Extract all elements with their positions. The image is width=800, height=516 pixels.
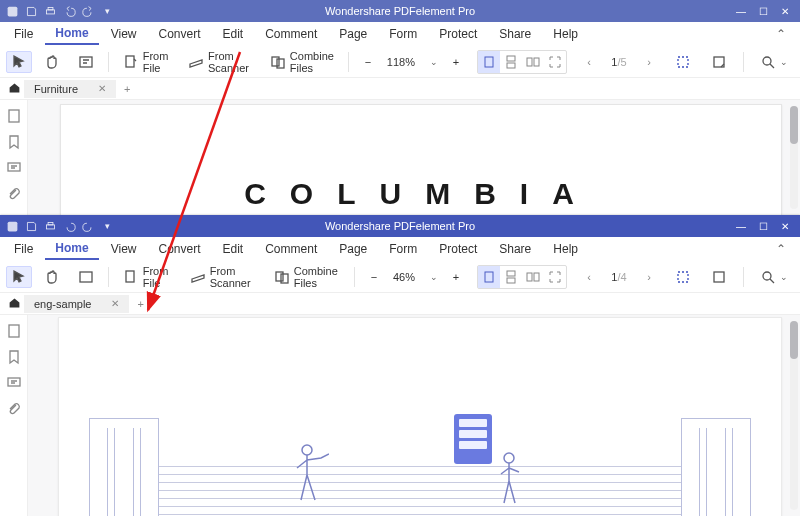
search-button[interactable]: ⌄ bbox=[754, 266, 794, 288]
fullscreen-view-button[interactable] bbox=[544, 266, 566, 288]
menu-help[interactable]: Help bbox=[543, 24, 588, 44]
print-icon[interactable] bbox=[44, 220, 57, 233]
menu-edit[interactable]: Edit bbox=[213, 24, 254, 44]
menu-comment[interactable]: Comment bbox=[255, 239, 327, 259]
redo-icon[interactable] bbox=[82, 220, 95, 233]
continuous-view-button[interactable] bbox=[500, 51, 522, 73]
select-tool-button[interactable] bbox=[6, 51, 32, 73]
minimize-button[interactable]: — bbox=[736, 6, 746, 17]
from-file-button[interactable]: From File bbox=[117, 47, 176, 77]
menu-page[interactable]: Page bbox=[329, 24, 377, 44]
combine-files-button[interactable]: Combine Files bbox=[264, 47, 340, 77]
two-page-view-button[interactable] bbox=[522, 51, 544, 73]
combine-files-button[interactable]: Combine Files bbox=[268, 262, 347, 292]
from-scanner-button[interactable]: From Scanner bbox=[182, 47, 258, 77]
next-page-button[interactable]: › bbox=[641, 56, 657, 68]
menu-view[interactable]: View bbox=[101, 24, 147, 44]
home-tab-button[interactable] bbox=[4, 296, 24, 311]
prev-page-button[interactable]: ‹ bbox=[581, 56, 597, 68]
zoom-in-button[interactable]: + bbox=[447, 271, 465, 283]
fullscreen-view-button[interactable] bbox=[544, 51, 566, 73]
menu-comment[interactable]: Comment bbox=[255, 24, 327, 44]
select-tool-button[interactable] bbox=[6, 266, 32, 288]
zoom-out-button[interactable]: − bbox=[365, 271, 383, 283]
search-button[interactable]: ⌄ bbox=[754, 51, 794, 73]
tab-close-button[interactable]: ✕ bbox=[98, 83, 106, 94]
zoom-dropdown-icon[interactable]: ⌄ bbox=[425, 272, 443, 282]
from-scanner-button[interactable]: From Scanner bbox=[184, 262, 262, 292]
screenshot-tool-button[interactable] bbox=[669, 266, 697, 288]
attachments-panel-icon[interactable] bbox=[6, 186, 22, 202]
menu-protect[interactable]: Protect bbox=[429, 24, 487, 44]
prev-page-button[interactable]: ‹ bbox=[581, 271, 597, 283]
vertical-scrollbar[interactable] bbox=[790, 106, 798, 209]
menu-convert[interactable]: Convert bbox=[148, 24, 210, 44]
qat-dropdown-icon[interactable]: ▾ bbox=[101, 5, 114, 18]
close-button[interactable]: ✕ bbox=[780, 221, 790, 232]
screenshot-tool-button[interactable] bbox=[669, 51, 697, 73]
titlebar[interactable]: ▾ Wondershare PDFelement Pro — ☐ ✕ bbox=[0, 215, 800, 237]
menu-home[interactable]: Home bbox=[45, 23, 98, 45]
maximize-button[interactable]: ☐ bbox=[758, 221, 768, 232]
close-button[interactable]: ✕ bbox=[780, 6, 790, 17]
single-page-view-button[interactable] bbox=[478, 51, 500, 73]
notes-tool-button[interactable] bbox=[705, 51, 733, 73]
page-number-input[interactable]: 1/5 bbox=[601, 56, 637, 68]
tab-close-button[interactable]: ✕ bbox=[111, 298, 119, 309]
menu-view[interactable]: View bbox=[101, 239, 147, 259]
edit-tool-button[interactable] bbox=[72, 266, 100, 288]
comments-panel-icon[interactable] bbox=[6, 160, 22, 176]
titlebar[interactable]: ▾ Wondershare PDFelement Pro — ☐ ✕ bbox=[0, 0, 800, 22]
save-icon[interactable] bbox=[25, 220, 38, 233]
from-file-button[interactable]: From File bbox=[117, 262, 178, 292]
home-tab-button[interactable] bbox=[4, 81, 24, 96]
document-tab[interactable]: Furniture ✕ bbox=[24, 80, 116, 98]
undo-icon[interactable] bbox=[63, 5, 76, 18]
zoom-in-button[interactable]: + bbox=[447, 56, 465, 68]
page-number-input[interactable]: 1/4 bbox=[601, 271, 637, 283]
two-page-view-button[interactable] bbox=[522, 266, 544, 288]
menu-form[interactable]: Form bbox=[379, 24, 427, 44]
zoom-out-button[interactable]: − bbox=[359, 56, 377, 68]
menu-share[interactable]: Share bbox=[489, 239, 541, 259]
vertical-scrollbar[interactable] bbox=[790, 321, 798, 510]
redo-icon[interactable] bbox=[82, 5, 95, 18]
continuous-view-button[interactable] bbox=[500, 266, 522, 288]
bookmarks-panel-icon[interactable] bbox=[6, 134, 22, 150]
notes-tool-button[interactable] bbox=[705, 266, 733, 288]
menu-help[interactable]: Help bbox=[543, 239, 588, 259]
scroll-thumb[interactable] bbox=[790, 321, 798, 359]
zoom-value[interactable]: 118% bbox=[381, 54, 421, 70]
save-icon[interactable] bbox=[25, 5, 38, 18]
print-icon[interactable] bbox=[44, 5, 57, 18]
document-tab[interactable]: eng-sample ✕ bbox=[24, 295, 129, 313]
minimize-button[interactable]: — bbox=[736, 221, 746, 232]
zoom-dropdown-icon[interactable]: ⌄ bbox=[425, 57, 443, 67]
menu-form[interactable]: Form bbox=[379, 239, 427, 259]
menu-home[interactable]: Home bbox=[45, 238, 98, 260]
menu-file[interactable]: File bbox=[4, 24, 43, 44]
scroll-thumb[interactable] bbox=[790, 106, 798, 144]
menu-protect[interactable]: Protect bbox=[429, 239, 487, 259]
thumbnails-panel-icon[interactable] bbox=[6, 108, 22, 124]
single-page-view-button[interactable] bbox=[478, 266, 500, 288]
menu-share[interactable]: Share bbox=[489, 24, 541, 44]
undo-icon[interactable] bbox=[63, 220, 76, 233]
maximize-button[interactable]: ☐ bbox=[758, 6, 768, 17]
document-canvas[interactable]: COLUMBIA bbox=[28, 100, 800, 215]
menu-edit[interactable]: Edit bbox=[213, 239, 254, 259]
qat-dropdown-icon[interactable]: ▾ bbox=[101, 220, 114, 233]
ribbon-collapse-icon[interactable]: ⌃ bbox=[766, 27, 796, 41]
attachments-panel-icon[interactable] bbox=[6, 401, 22, 417]
hand-tool-button[interactable] bbox=[38, 51, 66, 73]
menu-file[interactable]: File bbox=[4, 239, 43, 259]
document-canvas[interactable] bbox=[28, 315, 800, 516]
next-page-button[interactable]: › bbox=[641, 271, 657, 283]
menu-convert[interactable]: Convert bbox=[148, 239, 210, 259]
new-tab-button[interactable]: + bbox=[129, 298, 151, 310]
comments-panel-icon[interactable] bbox=[6, 375, 22, 391]
thumbnails-panel-icon[interactable] bbox=[6, 323, 22, 339]
bookmarks-panel-icon[interactable] bbox=[6, 349, 22, 365]
hand-tool-button[interactable] bbox=[38, 266, 66, 288]
ribbon-collapse-icon[interactable]: ⌃ bbox=[766, 242, 796, 256]
